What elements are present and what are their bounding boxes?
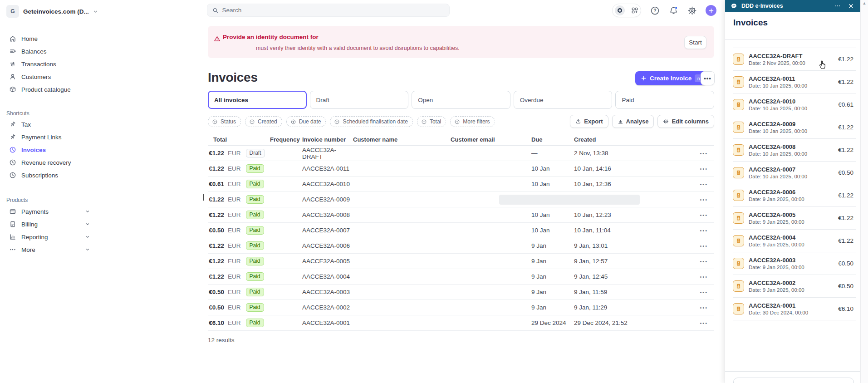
sidebar-item-reporting[interactable]: Reporting	[0, 231, 100, 243]
panel-invoice-item[interactable]: AACCE32A-0002 Date: 9 Jan 2025, 00:00 €0…	[733, 275, 856, 297]
gear-icon	[663, 118, 669, 124]
filter-created[interactable]: Created	[245, 116, 282, 127]
search-bar[interactable]	[207, 4, 450, 17]
table-row[interactable]: €1.22 EUR Paid AACCE32A-0006 9 Jan 9 Jan…	[208, 238, 714, 254]
create-invoice-button[interactable]: Create invoice n	[635, 71, 707, 85]
sidebar-item-product-catalogue[interactable]: Product catalogue	[0, 83, 100, 96]
sidebar-item-home[interactable]: Home	[0, 32, 100, 45]
table-row[interactable]: €6.10 EUR Paid AACCE32A-0001 29 Dec 2024…	[208, 315, 714, 331]
table-row[interactable]: €0.50 EUR Paid AACCE32A-0003 9 Jan 9 Jan…	[208, 285, 714, 300]
panel-invoice-item[interactable]: AACCE32A-DRAFT Date: 2 Nov 2025, 00:00 €…	[733, 48, 856, 70]
sidebar-item-customers[interactable]: Customers	[0, 70, 100, 83]
quick-add-button[interactable]	[706, 5, 716, 16]
row-actions-button[interactable]: •••	[683, 212, 714, 218]
invoice-item-icon	[733, 99, 744, 110]
column-header-frequency[interactable]: Frequency	[270, 136, 302, 143]
mode-switcher[interactable]	[612, 4, 641, 17]
table-row[interactable]: €1.22 EUR Paid AACCE32A-0011 10 Jan 10 J…	[208, 161, 714, 177]
filter-total[interactable]: Total	[417, 116, 446, 127]
panel-invoice-item[interactable]: AACCE32A-0001 Date: 30 Dec 2024, 00:00 €…	[733, 297, 856, 320]
start-button[interactable]: Start	[684, 36, 706, 49]
sidebar-item-payment-links[interactable]: Payment Links	[0, 131, 100, 143]
tab-open[interactable]: Open	[412, 91, 510, 109]
table-row[interactable]: €0.50 EUR Paid AACCE32A-0007 10 Jan 10 J…	[208, 223, 714, 238]
panel-invoice-item[interactable]: AACCE32A-0006 Date: 9 Jan 2025, 00:00 €1…	[733, 184, 856, 206]
window-scrollbar[interactable]: ▲	[860, 0, 868, 383]
status-badge: Paid	[246, 241, 264, 250]
receipt-icon	[735, 79, 742, 85]
panel-invoice-item[interactable]: AACCE32A-0011 Date: 10 Jan 2025, 00:00 €…	[733, 70, 856, 93]
table-row[interactable]: €0.50 EUR Paid AACCE32A-0002 9 Jan 9 Jan…	[208, 300, 714, 315]
filter-scheduled-finalisation-date[interactable]: Scheduled finalisation date	[330, 116, 412, 127]
table-row[interactable]: €1.22 EUR Draft AACCE32A-DRAFT — 2 Nov, …	[208, 146, 714, 161]
column-header-customer-name[interactable]: Customer name	[353, 136, 451, 143]
search-input[interactable]	[222, 7, 444, 14]
notifications-button[interactable]	[668, 5, 678, 15]
row-actions-button[interactable]: •••	[683, 320, 714, 326]
analyse-button[interactable]: Analyse	[612, 115, 654, 128]
row-actions-button[interactable]: •••	[683, 166, 714, 172]
tab-all-invoices[interactable]: All invoices	[208, 91, 307, 109]
panel-invoice-item[interactable]: AACCE32A-0007 Date: 10 Jan 2025, 00:00 €…	[733, 161, 856, 184]
table-row[interactable]: €1.22 EUR Paid AACCE32A-0005 9 Jan 9 Jan…	[208, 254, 714, 269]
gear-icon	[687, 6, 697, 15]
row-actions-button[interactable]: •••	[683, 274, 714, 280]
sidebar-item-developers[interactable]: Developers	[0, 379, 100, 383]
edit-columns-button[interactable]: Edit columns	[657, 115, 714, 128]
scrollbar-up-arrow[interactable]: ▲	[861, 1, 868, 7]
sidebar-item-balances[interactable]: Balances	[0, 45, 100, 58]
sidebar-item-transactions[interactable]: Transactions	[0, 58, 100, 70]
tab-draft[interactable]: Draft	[310, 91, 409, 109]
panel-invoice-item[interactable]: AACCE32A-0010 Date: 10 Jan 2025, 00:00 €…	[733, 93, 856, 116]
panel-invoice-date: Date: 10 Jan 2025, 00:00	[749, 128, 834, 134]
row-actions-button[interactable]: •••	[683, 182, 714, 187]
column-header-customer-email[interactable]: Customer email	[451, 136, 531, 143]
sidebar-item-invoices[interactable]: Invoices	[0, 143, 100, 156]
column-header-due[interactable]: Due	[531, 136, 574, 143]
help-button[interactable]: ?	[650, 5, 660, 15]
row-actions-button[interactable]: •••	[683, 305, 714, 310]
row-actions-button[interactable]: •••	[683, 259, 714, 264]
filter-status[interactable]: Status	[208, 116, 241, 127]
row-actions-button[interactable]: •••	[683, 197, 714, 202]
table-row[interactable]: €1.22 EUR Paid AACCE32A-0008 10 Jan 10 J…	[208, 207, 714, 223]
sidebar-item-more[interactable]: More	[0, 243, 100, 256]
row-actions-button[interactable]: •••	[683, 290, 714, 295]
tab-paid[interactable]: Paid	[615, 91, 714, 109]
status-badge: Paid	[246, 164, 264, 173]
table-row[interactable]: €1.22 EUR Paid AACCE32A-0004 9 Jan 9 Jan…	[208, 269, 714, 285]
account-switcher[interactable]: G Geteinvoices.com (D...	[6, 5, 98, 18]
column-header-total[interactable]: Total	[208, 136, 270, 143]
panel-invoice-item[interactable]: AACCE32A-0009 Date: 10 Jan 2025, 00:00 €…	[733, 116, 856, 138]
sidebar-item-label: More	[21, 246, 35, 253]
filter-due-date[interactable]: Due date	[286, 116, 326, 127]
settings-button[interactable]	[687, 5, 697, 15]
export-button[interactable]: Export	[570, 115, 608, 128]
sidebar-item-revenue-recovery[interactable]: Revenue recovery	[0, 156, 100, 169]
panel-more-button[interactable]	[833, 1, 842, 10]
column-header-invoice-number[interactable]: Invoice number	[302, 136, 353, 143]
apps-grid-icon[interactable]	[631, 7, 638, 14]
sidebar-item-billing[interactable]: Billing	[0, 218, 100, 231]
filter-more-filters[interactable]: More filters	[450, 116, 495, 127]
tab-overdue[interactable]: Overdue	[514, 91, 613, 109]
sidebar-item-subscriptions[interactable]: Subscriptions	[0, 169, 100, 182]
chevron-down-icon	[84, 209, 91, 214]
row-actions-button[interactable]: •••	[683, 228, 714, 233]
table-row[interactable]: €1.22 EUR Paid AACCE32A-0009 10 Jan 10 J…	[208, 192, 714, 207]
sidebar-item-tax[interactable]: Tax	[0, 118, 100, 131]
row-actions-button[interactable]: •••	[683, 243, 714, 249]
go-to-dashboard-button[interactable]: Go to Dashboard	[733, 378, 854, 383]
row-actions-button[interactable]: •••	[683, 151, 714, 156]
status-badge: Paid	[246, 288, 264, 296]
chevron-down-icon	[93, 9, 98, 14]
panel-invoice-item[interactable]: AACCE32A-0008 Date: 10 Jan 2025, 00:00 €…	[733, 138, 856, 161]
table-row[interactable]: €0.61 EUR Paid AACCE32A-0010 10 Jan 10 J…	[208, 177, 714, 192]
panel-invoice-item[interactable]: AACCE32A-0003 Date: 9 Jan 2025, 00:00 €0…	[733, 252, 856, 275]
panel-close-button[interactable]	[846, 1, 855, 10]
page-overflow-button[interactable]: •••	[701, 71, 715, 85]
sidebar-item-payments[interactable]: Payments	[0, 205, 100, 218]
panel-invoice-item[interactable]: AACCE32A-0005 Date: 9 Jan 2025, 00:00 €1…	[733, 206, 856, 229]
column-header-created[interactable]: Created	[574, 136, 683, 143]
panel-invoice-item[interactable]: AACCE32A-0004 Date: 9 Jan 2025, 00:00 €1…	[733, 229, 856, 252]
